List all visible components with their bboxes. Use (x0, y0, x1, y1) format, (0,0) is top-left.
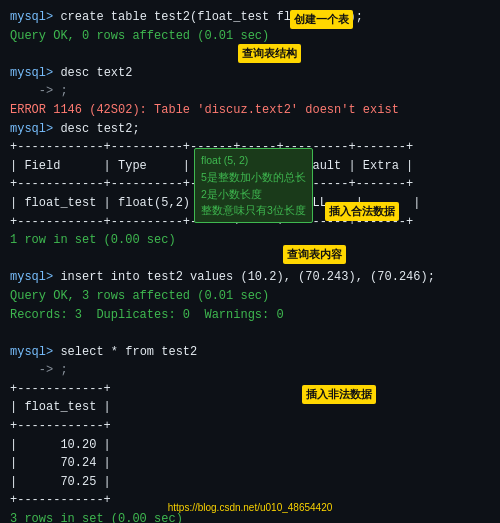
line-rowcount-1: 1 row in set (0.00 sec) (10, 231, 490, 250)
select-border-3: +------------+ (10, 491, 490, 510)
line-blank-1 (10, 45, 490, 64)
select-border-1: +------------+ (10, 380, 490, 399)
select-row-1: | 10.20 | (10, 436, 490, 455)
select-header: | float_test | (10, 398, 490, 417)
table-border-2: +------------+----------+------+-----+--… (10, 175, 490, 194)
line-insert: mysql> insert into test2 values (10.2), … (10, 268, 490, 287)
line-4: mysql> desc text2 (10, 64, 490, 83)
select-row-3: | 70.25 | (10, 473, 490, 492)
line-1: mysql> create table test2(float_test flo… (10, 8, 490, 27)
line-rowcount-2: 3 rows in set (0.00 sec) (10, 510, 490, 523)
line-6: ERROR 1146 (42S02): Table 'discuz.text2'… (10, 101, 490, 120)
line-records: Records: 3 Duplicates: 0 Warnings: 0 (10, 306, 490, 325)
line-blank-2 (10, 250, 490, 269)
line-select-arrow: -> ; (10, 361, 490, 380)
line-blank-3 (10, 324, 490, 343)
line-7: mysql> desc test2; (10, 120, 490, 139)
table-border-3: +------------+----------+------+-----+--… (10, 213, 490, 232)
select-row-2: | 70.24 | (10, 454, 490, 473)
line-2: Query OK, 0 rows affected (0.01 sec) (10, 27, 490, 46)
line-select: mysql> select * from test2 (10, 343, 490, 362)
line-5: -> ; (10, 82, 490, 101)
table-header: | Field | Type | Null | Key | Default | … (10, 157, 490, 176)
table-border-1: +------------+----------+------+-----+--… (10, 138, 490, 157)
terminal: mysql> create table test2(float_test flo… (0, 0, 500, 523)
select-border-2: +------------+ (10, 417, 490, 436)
table-row-1: | float_test | float(5,2) | YES | | NULL… (10, 194, 490, 213)
line-insert-result: Query OK, 3 rows affected (0.01 sec) (10, 287, 490, 306)
